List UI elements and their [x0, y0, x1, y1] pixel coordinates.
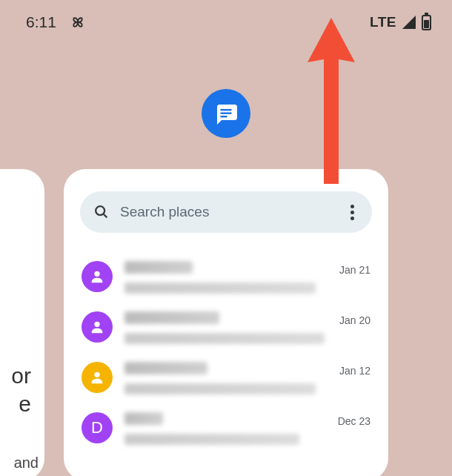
- conversation-list: Jan 21Jan 20Jan 12DDec 23: [80, 252, 372, 454]
- search-icon: [93, 204, 110, 220]
- svg-rect-0: [221, 109, 232, 110]
- conversation-row[interactable]: Jan 12: [80, 353, 372, 403]
- svg-rect-2: [221, 116, 227, 117]
- conversation-row[interactable]: Jan 20: [80, 303, 372, 353]
- conversation-preview-redacted: [124, 282, 316, 294]
- conversation-name-redacted: [124, 311, 219, 324]
- status-left: 6:11: [26, 13, 86, 31]
- search-placeholder: Search places: [120, 204, 336, 220]
- svg-point-3: [96, 206, 104, 215]
- conversation-date: Jan 21: [339, 264, 370, 276]
- conversation-date: Jan 12: [339, 365, 370, 377]
- avatar: D: [82, 412, 113, 443]
- conversation-preview-redacted: [124, 383, 316, 394]
- svg-point-6: [94, 322, 99, 327]
- conversation-body: Jan 12: [124, 362, 370, 394]
- status-right: LTE: [370, 14, 431, 30]
- avatar: [82, 362, 113, 393]
- avatar: [82, 261, 113, 292]
- svg-marker-8: [308, 18, 355, 184]
- messages-app-icon[interactable]: [202, 89, 250, 138]
- svg-line-4: [104, 214, 107, 218]
- conversation-name-redacted: [124, 261, 193, 274]
- conversation-row[interactable]: DDec 23: [80, 403, 372, 454]
- search-bar[interactable]: Search places: [80, 191, 372, 233]
- signal-icon: [402, 16, 416, 29]
- conversation-preview-redacted: [124, 434, 299, 445]
- avatar: [82, 311, 113, 343]
- annotation-arrow: [302, 18, 361, 190]
- left-card-bottom: and: [14, 454, 39, 472]
- pinwheel-icon: [70, 14, 86, 30]
- conversation-name-redacted: [124, 362, 207, 374]
- overflow-menu-icon[interactable]: [346, 200, 359, 225]
- network-label: LTE: [370, 14, 396, 30]
- conversation-date: Dec 23: [338, 415, 370, 427]
- svg-point-7: [94, 372, 99, 377]
- status-bar: 6:11 LTE: [0, 0, 452, 37]
- conversation-body: Jan 20: [124, 311, 370, 344]
- conversation-body: Jan 21: [124, 261, 370, 294]
- clock-time: 6:11: [26, 13, 56, 31]
- conversation-body: Dec 23: [124, 412, 370, 445]
- left-card-text: or e: [11, 362, 31, 417]
- conversation-name-redacted: [124, 412, 163, 425]
- previous-app-card[interactable]: or e and: [0, 169, 44, 476]
- messages-app-card[interactable]: Search places Jan 21Jan 20Jan 12DDec 23: [64, 169, 388, 476]
- svg-point-5: [94, 271, 99, 277]
- conversation-row[interactable]: Jan 21: [80, 252, 372, 303]
- chat-bubble-icon: [213, 100, 239, 127]
- conversation-preview-redacted: [124, 333, 325, 344]
- battery-icon: [422, 15, 431, 30]
- svg-rect-1: [221, 113, 232, 114]
- conversation-date: Jan 20: [339, 314, 370, 326]
- app-icon-wrapper[interactable]: [202, 89, 250, 138]
